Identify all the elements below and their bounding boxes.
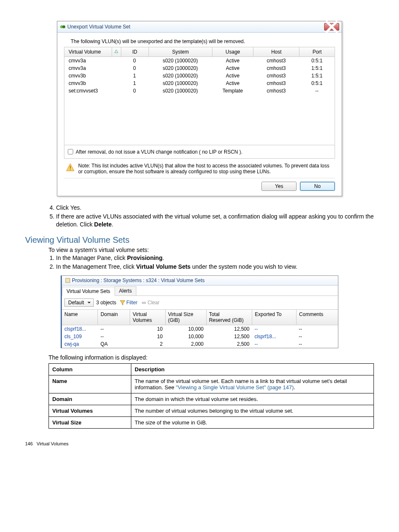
app-icon [60,24,66,30]
desc-domain-label: Domain [52,396,72,402]
sort-asc-icon[interactable] [112,47,121,57]
svg-point-1 [62,26,65,28]
tab-virtual-volume-sets[interactable]: Virtual Volume Sets [62,287,115,296]
dialog-intro: The following VLUN(s) will be unexported… [71,39,335,44]
warning-icon [66,163,75,172]
section-intro: To view a system's virtual volume sets: [49,247,374,253]
col-system[interactable]: System [149,47,212,57]
dialog-title: Unexport Virtual Volume Set [67,24,130,30]
step-5: If there are active VLUNs associated wit… [56,213,374,229]
table-row[interactable]: cmvv3b1s020 (1000020)Activecmhost31:5:1 [64,72,335,80]
col-total-reserved[interactable]: Total Reserved (GiB) [207,310,253,325]
table-row[interactable]: cls_109--1010,00012,500clsprf18...-- [62,333,338,340]
svg-rect-5 [142,302,146,304]
info-label: The following information is displayed: [49,354,374,361]
single-vvs-link[interactable]: "Viewing a Single Virtual Volume Set" (p… [176,384,294,391]
warning-text: Note: This list includes active VLUN(s) … [78,163,335,175]
desc-name-label: Name [52,378,67,384]
desc-name-text: The name of the virtual volume set. Each… [131,375,374,393]
eraser-icon [141,300,147,306]
desc-vs-text: The size of the volume in GiB. [131,417,374,429]
desc-vs-label: Virtual Size [52,419,82,426]
view-step-2: In the Management Tree, click Virtual Vo… [56,263,374,271]
col-port[interactable]: Port [299,47,335,57]
desc-vv-text: The number of virtual volumes belonging … [131,405,374,417]
no-button[interactable]: No [300,182,335,191]
desc-vv-label: Virtual Volumes [52,408,93,414]
close-icon[interactable] [324,23,339,31]
table-row[interactable]: clsprf18...--1010,00012,500---- [62,325,338,333]
description-table: Column Description Name The name of the … [49,363,374,429]
svg-rect-3 [70,170,71,170]
step-4: Click Yes. [56,204,374,212]
filter-link[interactable]: Filter [120,300,138,306]
table-row[interactable]: cmvv3a0s020 (1000020)Activecmhost31:5:1 [64,64,335,72]
yes-button[interactable]: Yes [261,182,297,191]
col-virtual-volumes[interactable]: Virtual Volumes [130,310,165,325]
vvs-panel: Provisioning : Storage Systems : s324 : … [61,275,338,348]
section-heading: Viewing Virtual Volume Sets [25,235,374,245]
view-dropdown[interactable]: Default [64,298,94,307]
col-virtual-size[interactable]: Virtual Size (GiB) [166,310,207,325]
dialog-titlebar: Unexport Virtual Volume Set [57,21,342,33]
no-notification-row: After removal, do not issue a VLUN chang… [64,145,335,158]
tab-alerts[interactable]: Alerts [115,286,137,296]
no-notification-checkbox[interactable] [68,149,73,154]
table-row[interactable]: cmvv3b1s020 (1000020)Activecmhost30:5:1 [64,80,335,87]
page-footer: 146 Virtual Volumes [25,441,374,446]
col-usage[interactable]: Usage [212,47,253,57]
table-row[interactable]: cwj-qaQA22,0002,500---- [62,340,338,348]
svg-rect-2 [70,166,71,168]
clear-link[interactable]: Clear [141,300,160,306]
table-row[interactable]: set:cmvvset30s020 (1000020)Templatecmhos… [64,87,335,95]
desc-header-column: Column [49,364,131,375]
panel-grid-header: Name Domain Virtual Volumes Virtual Size… [62,309,338,325]
col-comments[interactable]: Comments [297,310,338,325]
desc-header-description: Description [131,364,374,375]
object-count: 3 objects [96,300,116,306]
table-row[interactable]: cmvv3a0s020 (1000020)Activecmhost30:5:1 [64,57,335,64]
col-virtual-volume[interactable]: Virtual Volume [64,47,112,57]
col-host[interactable]: Host [253,47,299,57]
vlun-grid: Virtual Volume ID System Usage Host Port… [64,47,335,159]
col-exported-to[interactable]: Exported To [252,310,297,325]
col-id[interactable]: ID [121,47,149,57]
grid-header: Virtual Volume ID System Usage Host Port [64,47,335,57]
no-notification-label: After removal, do not issue a VLUN chang… [76,149,243,155]
warning-note: Note: This list includes active VLUN(s) … [64,163,335,175]
svg-rect-4 [66,278,70,283]
col-name[interactable]: Name [62,310,98,325]
filter-icon [120,300,125,306]
col-domain[interactable]: Domain [98,310,130,325]
view-step-1: In the Manager Pane, click Provisioning. [56,254,374,262]
desc-domain-text: The domain in which the virtual volume s… [131,393,374,405]
unexport-dialog: Unexport Virtual Volume Set The followin… [57,21,342,196]
panel-title-bar: Provisioning : Storage Systems : s324 : … [62,276,338,285]
panel-title: Provisioning : Storage Systems : s324 : … [72,278,205,283]
